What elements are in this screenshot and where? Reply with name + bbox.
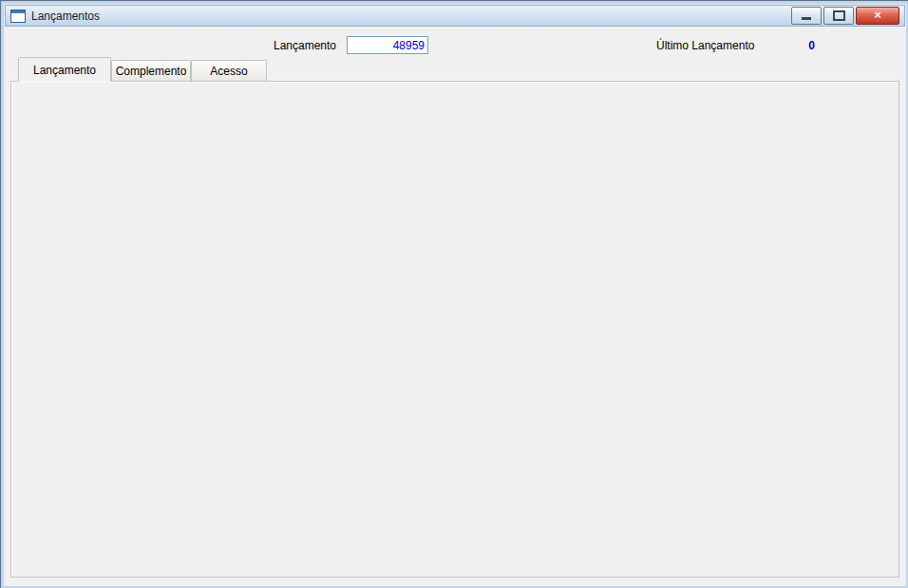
lancamentos-window: Lançamentos × Lançamento Último Lançamen…: [0, 0, 908, 588]
minimize-button[interactable]: [791, 7, 822, 25]
window-controls: ×: [791, 7, 899, 25]
maximize-icon: [833, 10, 845, 21]
minimize-icon: [802, 17, 811, 20]
app-icon: [10, 9, 26, 23]
tab-complemento-label: Complemento: [116, 65, 187, 78]
close-icon: ×: [857, 8, 899, 23]
window-title: Lançamentos: [31, 9, 100, 23]
ultimo-lancamento-value: 0: [789, 39, 815, 52]
lancamento-label: Lançamento: [274, 39, 336, 52]
tab-page: [10, 81, 899, 578]
lancamento-input[interactable]: [347, 36, 428, 54]
ultimo-lancamento-label: Último Lançamento: [656, 39, 754, 52]
title-bar[interactable]: Lançamentos ×: [5, 5, 905, 27]
tab-lancamento-label: Lançamento: [33, 64, 96, 77]
close-button[interactable]: ×: [856, 7, 899, 25]
tab-acesso[interactable]: Acesso: [191, 60, 267, 81]
tab-acesso-label: Acesso: [210, 65, 247, 78]
tab-lancamento[interactable]: Lançamento: [18, 57, 111, 82]
tab-complemento[interactable]: Complemento: [111, 60, 191, 81]
maximize-button[interactable]: [823, 7, 854, 25]
